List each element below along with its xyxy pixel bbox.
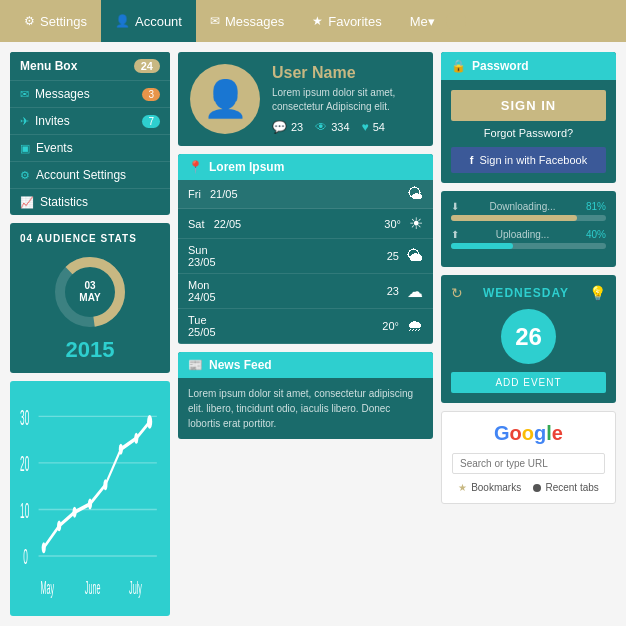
nav-account-label: Account (135, 14, 182, 29)
profile-stat-likes: ♥ 54 (362, 120, 385, 134)
profile-box: 👤 User Name Lorem ipsum dolor sit amet, … (178, 52, 433, 146)
right-panel: 🔒 Password SIGN IN Forgot Password? f Si… (441, 52, 616, 616)
download-bar-fill (451, 215, 577, 221)
nav-me[interactable]: Me▾ (396, 0, 480, 42)
sidebar: Menu Box 24 ✉ Messages 3 ✈ Invites 7 ▣ (10, 52, 170, 616)
google-logo: Google (452, 422, 605, 445)
bookmarks-tab[interactable]: ★ Bookmarks (458, 482, 521, 493)
profile-bio: Lorem ipsum dolor sit amet, consectetur … (272, 86, 421, 114)
weather-day-sun: Sun 23/05 (188, 244, 243, 268)
weather-location: Lorem Ipsum (209, 160, 284, 174)
news-box: 📰 News Feed Lorem ipsum dolor sit amet, … (178, 352, 433, 439)
menu-item-account-settings[interactable]: ⚙ Account Settings (10, 161, 170, 188)
comment-icon: 💬 (272, 120, 287, 134)
refresh-icon: ↻ (451, 285, 463, 301)
nav-account[interactable]: 👤 Account (101, 0, 196, 42)
messages-nav-icon: ✉ (210, 14, 220, 28)
add-event-button[interactable]: ADD EVENT (451, 372, 606, 393)
nav-me-label: Me▾ (410, 14, 435, 29)
line-chart-box: 30 20 10 0 May June July (10, 381, 170, 616)
upload-bar-bg (451, 243, 606, 249)
download-pct: 81% (586, 201, 606, 212)
svg-text:May: May (41, 577, 55, 598)
recent-tabs-label: Recent tabs (545, 482, 598, 493)
nav-messages-label: Messages (225, 14, 284, 29)
news-header: 📰 News Feed (178, 352, 433, 378)
nav-favorites[interactable]: ★ Favorites (298, 0, 395, 42)
weather-row-mon: Mon 24/05 23 ☁ (178, 274, 433, 309)
menu-item-statistics[interactable]: 📈 Statistics (10, 188, 170, 215)
password-header: 🔒 Password (441, 52, 616, 80)
signin-button[interactable]: SIGN IN (451, 90, 606, 121)
google-search-input[interactable] (452, 453, 605, 474)
facebook-icon: f (470, 154, 474, 166)
message-icon: ✉ (20, 88, 29, 101)
avatar: 👤 (190, 64, 260, 134)
main-content: Menu Box 24 ✉ Messages 3 ✈ Invites 7 ▣ (0, 42, 626, 626)
news-title: News Feed (209, 358, 272, 372)
acct-settings-icon: ⚙ (20, 169, 30, 182)
avatar-icon: 👤 (203, 78, 248, 120)
navigation: ⚙ Settings 👤 Account ✉ Messages ★ Favori… (0, 0, 626, 42)
upload-label: Uploading... (496, 229, 549, 240)
invites-badge: 7 (142, 115, 160, 128)
upload-pct: 40% (586, 229, 606, 240)
weather-row-tue: Tue 25/05 20° 🌧 (178, 309, 433, 344)
nav-favorites-label: Favorites (328, 14, 381, 29)
weather-temp-sun: 25 (387, 250, 399, 262)
nav-settings[interactable]: ⚙ Settings (10, 0, 101, 42)
audience-title: 04 AUDIENCE STATS (20, 233, 160, 244)
weather-temp-mon: 23 (387, 285, 399, 297)
svg-point-13 (42, 542, 46, 553)
recent-tabs-tab[interactable]: Recent tabs (533, 482, 598, 493)
location-icon: 📍 (188, 160, 203, 174)
weather-row-fri: Fri 21/05 🌤 (178, 180, 433, 209)
menu-badge: 24 (134, 59, 160, 73)
google-tabs: ★ Bookmarks Recent tabs (452, 482, 605, 493)
lock-icon: 🔒 (451, 59, 466, 73)
invites-icon: ✈ (20, 115, 29, 128)
user-avatar-small (446, 11, 466, 31)
download-progress: ⬇ Downloading... 81% (451, 201, 606, 221)
weather-icon-tue: 🌧 (407, 317, 423, 335)
messages-badge: 3 (142, 88, 160, 101)
facebook-signin-label: Sign in with Facebook (480, 154, 588, 166)
news-content: Lorem ipsum dolor sit amet, consectetur … (178, 378, 433, 439)
donut-label: 03 MAY (79, 280, 100, 304)
weather-header: 📍 Lorem Ipsum (178, 154, 433, 180)
svg-text:June: June (85, 577, 101, 598)
calendar-title: WEDNESDAY (483, 286, 569, 300)
svg-text:30: 30 (20, 405, 29, 430)
facebook-signin-button[interactable]: f Sign in with Facebook (451, 147, 606, 173)
svg-point-18 (119, 444, 123, 455)
weather-row-sat: Sat 22/05 30° ☀ (178, 209, 433, 239)
weather-day-tue: Tue 25/05 (188, 314, 243, 338)
stats-icon: 📈 (20, 196, 34, 209)
weather-day-fri: Fri 21/05 (188, 188, 243, 200)
account-icon: 👤 (115, 14, 130, 28)
weather-temp-sat: 30° (384, 218, 401, 230)
weather-box: 📍 Lorem Ipsum Fri 21/05 🌤 Sat 22/05 30° … (178, 154, 433, 344)
star-icon: ★ (312, 14, 323, 28)
svg-text:10: 10 (20, 498, 29, 523)
profile-name: User Name (272, 64, 421, 82)
menu-box: Menu Box 24 ✉ Messages 3 ✈ Invites 7 ▣ (10, 52, 170, 215)
svg-text:0: 0 (23, 544, 28, 569)
year-label: 2015 (20, 337, 160, 363)
forgot-password-link[interactable]: Forgot Password? (451, 127, 606, 139)
download-bar-bg (451, 215, 606, 221)
nav-messages[interactable]: ✉ Messages (196, 0, 298, 42)
download-icon: ⬇ (451, 201, 459, 212)
upload-bar-fill (451, 243, 513, 249)
weather-icon-mon: ☁ (407, 282, 423, 301)
weather-icon-sat: ☀ (409, 214, 423, 233)
menu-box-title: Menu Box 24 (10, 52, 170, 80)
weather-icon-sun: 🌥 (407, 247, 423, 265)
menu-item-invites[interactable]: ✈ Invites 7 (10, 107, 170, 134)
calendar-date: 26 (501, 309, 556, 364)
weather-day-mon: Mon 24/05 (188, 279, 243, 303)
menu-item-messages[interactable]: ✉ Messages 3 (10, 80, 170, 107)
password-title: Password (472, 59, 529, 73)
menu-item-events[interactable]: ▣ Events (10, 134, 170, 161)
svg-point-17 (103, 479, 107, 490)
